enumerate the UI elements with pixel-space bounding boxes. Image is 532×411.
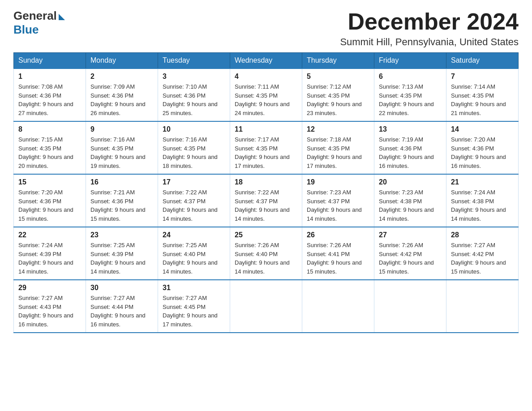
day-info: Sunrise: 7:22 AM Sunset: 4:37 PM Dayligh… xyxy=(163,188,225,223)
day-20: 20 Sunrise: 7:23 AM Sunset: 4:38 PM Dayl… xyxy=(374,174,446,227)
week-row-5: 29 Sunrise: 7:27 AM Sunset: 4:43 PM Dayl… xyxy=(14,280,519,333)
day-info: Sunrise: 7:20 AM Sunset: 4:36 PM Dayligh… xyxy=(18,188,81,223)
day-number: 1 xyxy=(18,73,81,81)
day-8: 8 Sunrise: 7:15 AM Sunset: 4:35 PM Dayli… xyxy=(14,121,86,174)
day-info: Sunrise: 7:26 AM Sunset: 4:40 PM Dayligh… xyxy=(235,241,297,276)
day-number: 8 xyxy=(18,125,81,133)
day-number: 30 xyxy=(90,284,153,292)
day-number: 14 xyxy=(451,125,514,133)
day-number: 25 xyxy=(235,231,297,239)
day-info: Sunrise: 7:16 AM Sunset: 4:35 PM Dayligh… xyxy=(90,135,153,170)
day-18: 18 Sunrise: 7:22 AM Sunset: 4:37 PM Dayl… xyxy=(230,174,302,227)
day-info: Sunrise: 7:15 AM Sunset: 4:35 PM Dayligh… xyxy=(18,135,81,170)
day-info: Sunrise: 7:12 AM Sunset: 4:35 PM Dayligh… xyxy=(307,82,369,117)
day-info: Sunrise: 7:09 AM Sunset: 4:36 PM Dayligh… xyxy=(90,82,153,117)
week-row-1: 1 Sunrise: 7:08 AM Sunset: 4:36 PM Dayli… xyxy=(14,68,519,121)
day-info: Sunrise: 7:18 AM Sunset: 4:35 PM Dayligh… xyxy=(307,135,369,170)
calendar-table: SundayMondayTuesdayWednesdayThursdayFrid… xyxy=(13,52,519,333)
day-number: 3 xyxy=(163,73,225,81)
day-info: Sunrise: 7:17 AM Sunset: 4:35 PM Dayligh… xyxy=(235,135,297,170)
day-number: 11 xyxy=(235,125,297,133)
day-number: 26 xyxy=(307,231,369,239)
day-number: 24 xyxy=(163,231,225,239)
day-14: 14 Sunrise: 7:20 AM Sunset: 4:36 PM Dayl… xyxy=(446,121,519,174)
day-number: 13 xyxy=(379,125,442,133)
day-30: 30 Sunrise: 7:27 AM Sunset: 4:44 PM Dayl… xyxy=(86,280,158,333)
day-7: 7 Sunrise: 7:14 AM Sunset: 4:35 PM Dayli… xyxy=(446,68,519,121)
day-12: 12 Sunrise: 7:18 AM Sunset: 4:35 PM Dayl… xyxy=(302,121,374,174)
day-29: 29 Sunrise: 7:27 AM Sunset: 4:43 PM Dayl… xyxy=(14,280,86,333)
day-number: 18 xyxy=(235,178,297,186)
day-6: 6 Sunrise: 7:13 AM Sunset: 4:35 PM Dayli… xyxy=(374,68,446,121)
day-number: 28 xyxy=(451,231,514,239)
page-header: General Blue December 2024 Summit Hill, … xyxy=(13,9,519,48)
day-info: Sunrise: 7:25 AM Sunset: 4:40 PM Dayligh… xyxy=(163,241,225,276)
logo-blue-text: Blue xyxy=(13,23,39,37)
logo-general-text: General xyxy=(13,9,57,23)
day-info: Sunrise: 7:13 AM Sunset: 4:35 PM Dayligh… xyxy=(379,82,442,117)
day-info: Sunrise: 7:24 AM Sunset: 4:38 PM Dayligh… xyxy=(451,188,514,223)
day-number: 27 xyxy=(379,231,442,239)
day-number: 7 xyxy=(451,73,514,81)
title-block: December 2024 Summit Hill, Pennsylvania,… xyxy=(340,9,519,48)
day-info: Sunrise: 7:16 AM Sunset: 4:35 PM Dayligh… xyxy=(163,135,225,170)
day-15: 15 Sunrise: 7:20 AM Sunset: 4:36 PM Dayl… xyxy=(14,174,86,227)
day-10: 10 Sunrise: 7:16 AM Sunset: 4:35 PM Dayl… xyxy=(158,121,230,174)
day-17: 17 Sunrise: 7:22 AM Sunset: 4:37 PM Dayl… xyxy=(158,174,230,227)
day-13: 13 Sunrise: 7:19 AM Sunset: 4:36 PM Dayl… xyxy=(374,121,446,174)
day-number: 29 xyxy=(18,284,81,292)
day-24: 24 Sunrise: 7:25 AM Sunset: 4:40 PM Dayl… xyxy=(158,227,230,280)
day-info: Sunrise: 7:27 AM Sunset: 4:45 PM Dayligh… xyxy=(163,294,225,329)
day-number: 31 xyxy=(163,284,225,292)
day-31: 31 Sunrise: 7:27 AM Sunset: 4:45 PM Dayl… xyxy=(158,280,230,333)
day-27: 27 Sunrise: 7:26 AM Sunset: 4:42 PM Dayl… xyxy=(374,227,446,280)
day-number: 17 xyxy=(163,178,225,186)
day-21: 21 Sunrise: 7:24 AM Sunset: 4:38 PM Dayl… xyxy=(446,174,519,227)
day-16: 16 Sunrise: 7:21 AM Sunset: 4:36 PM Dayl… xyxy=(86,174,158,227)
day-info: Sunrise: 7:21 AM Sunset: 4:36 PM Dayligh… xyxy=(90,188,153,223)
day-28: 28 Sunrise: 7:27 AM Sunset: 4:42 PM Dayl… xyxy=(446,227,519,280)
week-row-4: 22 Sunrise: 7:24 AM Sunset: 4:39 PM Dayl… xyxy=(14,227,519,280)
day-info: Sunrise: 7:27 AM Sunset: 4:43 PM Dayligh… xyxy=(18,294,81,329)
day-info: Sunrise: 7:26 AM Sunset: 4:41 PM Dayligh… xyxy=(307,241,369,276)
day-info: Sunrise: 7:11 AM Sunset: 4:35 PM Dayligh… xyxy=(235,82,297,117)
day-info: Sunrise: 7:25 AM Sunset: 4:39 PM Dayligh… xyxy=(90,241,153,276)
day-23: 23 Sunrise: 7:25 AM Sunset: 4:39 PM Dayl… xyxy=(86,227,158,280)
header-friday: Friday xyxy=(374,53,446,69)
day-number: 22 xyxy=(18,231,81,239)
logo-triangle xyxy=(59,14,65,20)
week-row-3: 15 Sunrise: 7:20 AM Sunset: 4:36 PM Dayl… xyxy=(14,174,519,227)
day-3: 3 Sunrise: 7:10 AM Sunset: 4:36 PM Dayli… xyxy=(158,68,230,121)
header-saturday: Saturday xyxy=(446,53,519,69)
day-1: 1 Sunrise: 7:08 AM Sunset: 4:36 PM Dayli… xyxy=(14,68,86,121)
header-thursday: Thursday xyxy=(302,53,374,69)
empty-cell-4-3 xyxy=(230,280,302,333)
day-info: Sunrise: 7:10 AM Sunset: 4:36 PM Dayligh… xyxy=(163,82,225,117)
day-number: 21 xyxy=(451,178,514,186)
day-info: Sunrise: 7:20 AM Sunset: 4:36 PM Dayligh… xyxy=(451,135,514,170)
day-number: 20 xyxy=(379,178,442,186)
day-25: 25 Sunrise: 7:26 AM Sunset: 4:40 PM Dayl… xyxy=(230,227,302,280)
day-info: Sunrise: 7:23 AM Sunset: 4:38 PM Dayligh… xyxy=(379,188,442,223)
header-sunday: Sunday xyxy=(14,53,86,69)
calendar-header-row: SundayMondayTuesdayWednesdayThursdayFrid… xyxy=(14,53,519,69)
day-4: 4 Sunrise: 7:11 AM Sunset: 4:35 PM Dayli… xyxy=(230,68,302,121)
day-info: Sunrise: 7:22 AM Sunset: 4:37 PM Dayligh… xyxy=(235,188,297,223)
page-subtitle: Summit Hill, Pennsylvania, United States xyxy=(340,36,519,48)
day-info: Sunrise: 7:19 AM Sunset: 4:36 PM Dayligh… xyxy=(379,135,442,170)
header-wednesday: Wednesday xyxy=(230,53,302,69)
page-title: December 2024 xyxy=(340,9,519,34)
day-number: 15 xyxy=(18,178,81,186)
day-number: 5 xyxy=(307,73,369,81)
day-number: 2 xyxy=(90,73,153,81)
day-number: 4 xyxy=(235,73,297,81)
empty-cell-4-4 xyxy=(302,280,374,333)
header-monday: Monday xyxy=(86,53,158,69)
day-info: Sunrise: 7:23 AM Sunset: 4:37 PM Dayligh… xyxy=(307,188,369,223)
day-19: 19 Sunrise: 7:23 AM Sunset: 4:37 PM Dayl… xyxy=(302,174,374,227)
day-9: 9 Sunrise: 7:16 AM Sunset: 4:35 PM Dayli… xyxy=(86,121,158,174)
day-info: Sunrise: 7:08 AM Sunset: 4:36 PM Dayligh… xyxy=(18,82,81,117)
day-22: 22 Sunrise: 7:24 AM Sunset: 4:39 PM Dayl… xyxy=(14,227,86,280)
day-number: 9 xyxy=(90,125,153,133)
day-info: Sunrise: 7:24 AM Sunset: 4:39 PM Dayligh… xyxy=(18,241,81,276)
